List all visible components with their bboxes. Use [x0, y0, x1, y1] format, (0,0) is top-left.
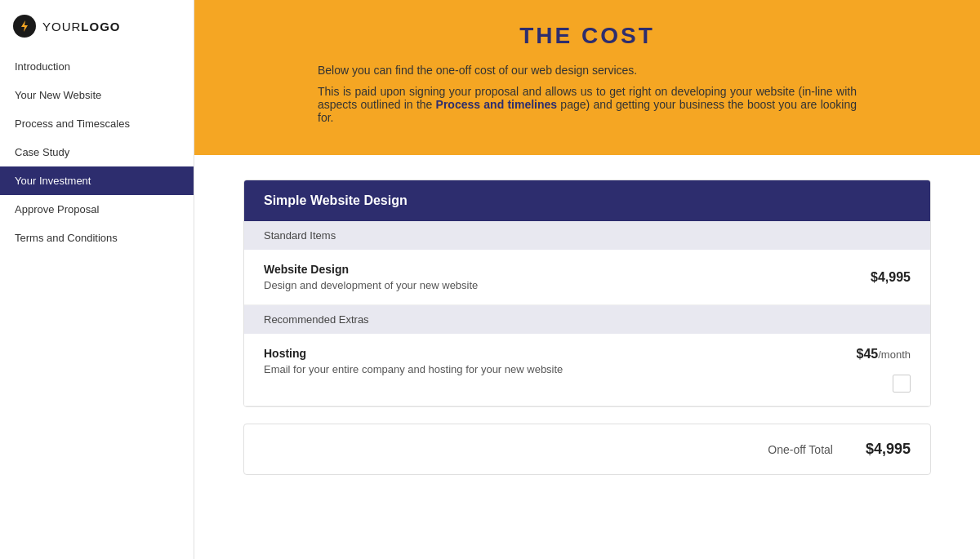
- pricing-card: Simple Website Design Standard Items Web…: [243, 180, 931, 407]
- table-row: Website Design Design and development of…: [244, 250, 930, 305]
- item-name-hosting: Hosting: [264, 347, 817, 360]
- sidebar-item-approve-proposal[interactable]: Approve Proposal: [0, 195, 194, 224]
- header-para2: This is paid upon signing your proposal …: [318, 85, 857, 124]
- item-desc-website-design: Design and development of your new websi…: [264, 279, 851, 291]
- total-card: One-off Total $4,995: [243, 424, 931, 475]
- item-right-hosting: $45/month: [837, 347, 911, 393]
- item-price-website-design: $4,995: [871, 270, 911, 285]
- item-info-website-design: Website Design Design and development of…: [264, 263, 851, 291]
- item-desc-hosting: Email for your entire company and hostin…: [264, 363, 817, 375]
- svg-marker-0: [21, 20, 28, 32]
- hosting-checkbox[interactable]: [893, 375, 911, 393]
- item-name-website-design: Website Design: [264, 263, 851, 276]
- sidebar-item-your-new-website[interactable]: Your New Website: [0, 81, 194, 109]
- logo-area: YOURLOGO: [0, 0, 194, 52]
- header-banner: THE COST Below you can find the one-off …: [194, 0, 980, 155]
- sidebar-nav: Introduction Your New Website Process an…: [0, 52, 194, 252]
- item-info-hosting: Hosting Email for your entire company an…: [264, 347, 817, 375]
- sidebar: YOURLOGO Introduction Your New Website P…: [0, 0, 194, 559]
- logo-text: YOURLOGO: [42, 20, 121, 33]
- page-title: THE COST: [243, 23, 931, 49]
- total-amount: $4,995: [866, 441, 911, 458]
- card-body: Standard Items Website Design Design and…: [244, 221, 930, 406]
- item-price-hosting: $45/month: [857, 347, 911, 362]
- total-label: One-off Total: [768, 443, 833, 456]
- section-label-standard: Standard Items: [244, 221, 930, 250]
- main-content: THE COST Below you can find the one-off …: [194, 0, 980, 559]
- sidebar-item-process-timescales[interactable]: Process and Timescales: [0, 109, 194, 138]
- sidebar-item-your-investment[interactable]: Your Investment: [0, 166, 194, 195]
- header-para1: Below you can find the one-off cost of o…: [318, 64, 857, 77]
- logo-icon: [13, 15, 36, 38]
- content-area: Simple Website Design Standard Items Web…: [194, 155, 980, 499]
- table-row: Hosting Email for your entire company an…: [244, 334, 930, 406]
- price-period-hosting: /month: [878, 348, 911, 361]
- sidebar-item-case-study[interactable]: Case Study: [0, 138, 194, 166]
- card-header: Simple Website Design: [244, 180, 930, 221]
- sidebar-item-introduction[interactable]: Introduction: [0, 52, 194, 81]
- section-label-extras: Recommended Extras: [244, 305, 930, 334]
- sidebar-item-terms-conditions[interactable]: Terms and Conditions: [0, 224, 194, 252]
- process-timelines-link[interactable]: Process and timelines: [436, 98, 558, 111]
